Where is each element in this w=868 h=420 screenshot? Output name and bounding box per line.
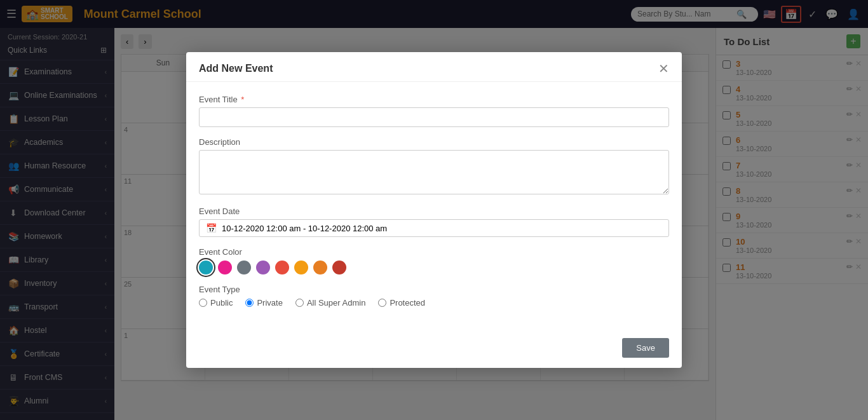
event-type-all-super-admin[interactable]: All Super Admin (295, 298, 366, 308)
modal-body: Event Title * Description Event Date 📅 E… (186, 82, 682, 330)
event-title-group: Event Title * (199, 95, 669, 127)
event-type-label-private: Private (257, 298, 282, 308)
date-input-wrap: 📅 (199, 219, 669, 237)
required-star: * (241, 95, 244, 104)
event-type-public[interactable]: Public (199, 298, 233, 308)
event-title-input[interactable] (199, 107, 669, 127)
color-option-orange[interactable] (294, 261, 308, 274)
color-option-cyan[interactable] (199, 261, 213, 274)
calendar-date-icon: 📅 (206, 223, 217, 233)
description-group: Description (199, 137, 669, 196)
color-option-gray[interactable] (237, 261, 251, 274)
color-option-purple[interactable] (256, 261, 270, 274)
event-type-row: Public Private All Super Admin Protected (199, 298, 669, 308)
event-color-group: Event Color (199, 247, 669, 274)
event-type-protected[interactable]: Protected (378, 298, 425, 308)
modal-title: Add New Event (199, 63, 273, 74)
color-option-dark-orange[interactable] (313, 261, 327, 274)
modal-footer: Save (186, 330, 682, 368)
add-event-modal: Add New Event ✕ Event Title * Descriptio… (186, 52, 682, 368)
radio-protected[interactable] (378, 299, 386, 307)
date-range-input[interactable] (222, 224, 662, 233)
event-date-label: Event Date (199, 207, 669, 216)
modal-close-button[interactable]: ✕ (658, 62, 669, 75)
color-option-dark-red[interactable] (332, 261, 346, 274)
event-type-label: Event Type (199, 285, 669, 294)
event-type-private[interactable]: Private (245, 298, 282, 308)
event-color-label: Event Color (199, 247, 669, 257)
description-label: Description (199, 137, 669, 147)
description-textarea[interactable] (199, 150, 669, 194)
save-button[interactable]: Save (622, 338, 669, 358)
color-option-red[interactable] (275, 261, 289, 274)
event-type-group: Event Type Public Private All Super Admi… (199, 285, 669, 308)
radio-all-super-admin[interactable] (295, 299, 304, 307)
event-type-label-public: Public (210, 298, 233, 308)
event-type-label-all-super-admin: All Super Admin (307, 298, 366, 308)
modal-overlay[interactable]: Add New Event ✕ Event Title * Descriptio… (0, 0, 868, 420)
color-option-pink[interactable] (218, 261, 232, 274)
radio-private[interactable] (245, 299, 254, 307)
modal-header: Add New Event ✕ (186, 52, 682, 82)
event-type-label-protected: Protected (390, 298, 425, 308)
event-title-label: Event Title * (199, 95, 669, 104)
color-options (199, 261, 669, 274)
event-date-group: Event Date 📅 (199, 207, 669, 237)
radio-public[interactable] (199, 299, 207, 307)
